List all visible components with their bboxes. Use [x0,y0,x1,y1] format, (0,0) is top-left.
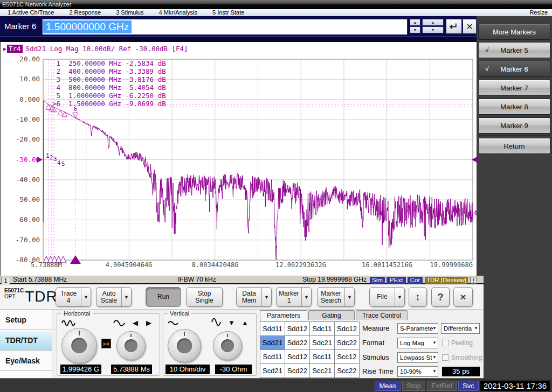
sparam-scd21[interactable]: Scd21 [260,364,285,377]
entry-close-button[interactable]: × [463,19,477,34]
menu-item-5-instr-state[interactable]: 5 Instr State [205,9,252,16]
spin-down-small-button[interactable]: ▼ [410,26,420,33]
sparam-scd11[interactable]: Scd11 [260,350,285,363]
updown-arrows-button[interactable]: ↕ [409,287,427,307]
sparam-scc21[interactable]: Scc21 [310,364,334,377]
marker-value-selected-text: 1.500000000 GHz [43,20,132,33]
dropdown-value: 10-90% [400,368,422,375]
spin-up-large-button[interactable]: ▲ [422,19,444,26]
run-button[interactable]: Run [146,287,181,307]
sparam-scd12[interactable]: Scd12 [285,350,309,363]
horizontal-group-title: Horizontal [61,310,93,317]
softkey-marker-9[interactable]: Marker 9 [478,117,550,134]
indicator-extref: ExtRef [427,381,457,391]
auto-scale-button[interactable]: AutoScale▼ [96,287,132,307]
sparam-scc22[interactable]: Scc22 [335,364,359,377]
format-dropdown[interactable]: Log Mag ▼ [397,338,438,348]
softkey-more-markers[interactable]: More Markers [478,24,550,40]
tab-tdr-tdt[interactable]: TDR/TDT [0,331,52,351]
button-label: DataMem [237,288,261,306]
tab-gating[interactable]: Gating [308,310,355,320]
dropdown-value: S-Paramete [400,325,433,332]
softkey-return[interactable]: Return [478,138,550,154]
sparam-sdd22[interactable]: Sdd22 [285,336,309,349]
window-title-bar[interactable]: E5071C Network Analyzer [0,0,552,9]
vertical-position-display: -30 Ohm [215,365,252,374]
sparam-scc12[interactable]: Scc12 [335,350,359,363]
sparam-sdc21[interactable]: Sdc21 [310,336,334,349]
y-axis-label: 10.00 [1,75,40,83]
sparam-sdd11[interactable]: Sdd11 [260,322,285,335]
tab-eye-mask[interactable]: Eye/Mask [0,351,52,371]
status-badge-sim: Sim [370,277,385,284]
softkey-marker-8[interactable]: Marker 8 [478,99,550,115]
rise-time-dropdown[interactable]: 10-90% ▼ [397,366,438,377]
tab-trace-control[interactable]: Trace Control [356,310,408,320]
rise-time-display: 35 ps [442,367,480,376]
vertical-position-knob[interactable] [213,331,242,360]
horizontal-scale-display: 1.999426 G [60,365,101,374]
file-button[interactable]: File▼ [369,287,405,307]
button-label: MarkerSearch [318,288,344,306]
menu-item-4-mkr-analysis[interactable]: 4 Mkr/Analysis [151,9,205,16]
x-axis-label: 4.004590464G [106,261,153,269]
marker-3-number: 3 [53,156,57,163]
stimulus-dropdown[interactable]: Lowpass St ▼ [397,352,438,363]
right-arrow-icon[interactable]: ▶ [146,319,151,327]
menu-item-3-stimulus[interactable]: 3 Stimulus [108,9,151,16]
smoothing-checkbox[interactable]: Smoothing [442,352,482,363]
left-arrow-icon[interactable]: ◀ [133,319,138,327]
entry-enter-button[interactable]: ↵ [446,19,462,34]
horizontal-position-knob[interactable] [116,331,146,360]
down-arrow-icon[interactable]: ▼ [228,319,235,327]
peeling-checkbox[interactable]: Peeling [442,338,473,348]
vertical-scale-knob[interactable] [168,329,201,362]
tdr-left-tabs: SetupTDR/TDTEye/Mask [0,310,52,378]
spin-up-small-button[interactable]: ▲ [410,19,420,26]
stop-single-button[interactable]: StopSingle [186,287,223,307]
sparam-scc11[interactable]: Scc11 [310,350,334,363]
marker-search-button[interactable]: MarkerSearch▼ [317,287,355,307]
sweep-stop-label: Stop 19.9999968 GHz [280,276,367,283]
softkey-marker-5[interactable]: √Marker 5 [478,42,550,58]
softkey-marker-6[interactable]: √Marker 6 [478,61,550,77]
sparam-sdc22[interactable]: Sdc22 [335,336,359,349]
vertical-group-title: Vertical [168,310,191,317]
marker-value-input[interactable]: 1.500000000 GHz [42,19,408,35]
softkey-label: Marker 8 [500,103,528,111]
updown-arrows-icon: ↕ [409,288,426,306]
sparam-sdd21[interactable]: Sdd21 [260,336,285,349]
offset-icon[interactable]: ↦ [101,339,111,348]
marker-2-number: 2 [50,154,53,161]
sparam-sdd12[interactable]: Sdd12 [285,322,309,335]
tab-parameters[interactable]: Parameters [260,310,307,321]
tdr-toolbar: E5071C OPT. TDR Trace4▼AutoScale▼RunStop… [0,284,484,310]
menu-item-resize[interactable]: Resize [525,9,552,16]
data-mem-button[interactable]: DataMem▼ [236,287,272,307]
button-label: StopSingle [187,288,222,306]
horizontal-scale-knob[interactable] [61,328,97,363]
tab-setup[interactable]: Setup [0,310,52,330]
y-axis-label: -60.00 [1,215,40,223]
marker-4-number: 4 [57,159,61,166]
spin-down-large-button[interactable]: ▼ [422,26,444,33]
chevron-down-icon: ▼ [395,288,404,306]
help-button[interactable]: ? [431,287,450,307]
chevron-down-icon: ▼ [81,288,91,306]
close-button[interactable]: × [453,287,473,307]
y-axis-label: -20.00 [1,135,40,143]
menu-item-1-active-ch-trace[interactable]: 1 Active Ch/Trace [0,9,61,16]
softkey-marker-7[interactable]: Marker 7 [478,80,550,96]
menu-item-2-response[interactable]: 2 Response [61,9,108,16]
topology-dropdown[interactable]: Differentia ▼ [441,323,480,334]
logo-model: E5071C [4,288,24,293]
trace-4-button[interactable]: Trace4▼ [56,287,91,307]
sparam-scd22[interactable]: Scd22 [285,364,309,377]
sparam-sdc12[interactable]: Sdc12 [335,322,359,335]
y-axis-label: 0.000 [1,95,40,103]
measure-dropdown[interactable]: S-Paramete ▼ [397,323,438,334]
dropdown-value: Differentia [444,325,472,332]
up-arrow-icon[interactable]: ▲ [242,319,249,327]
sparam-sdc11[interactable]: Sdc11 [310,322,334,335]
marker-1-button[interactable]: Marker1▼ [276,287,312,307]
